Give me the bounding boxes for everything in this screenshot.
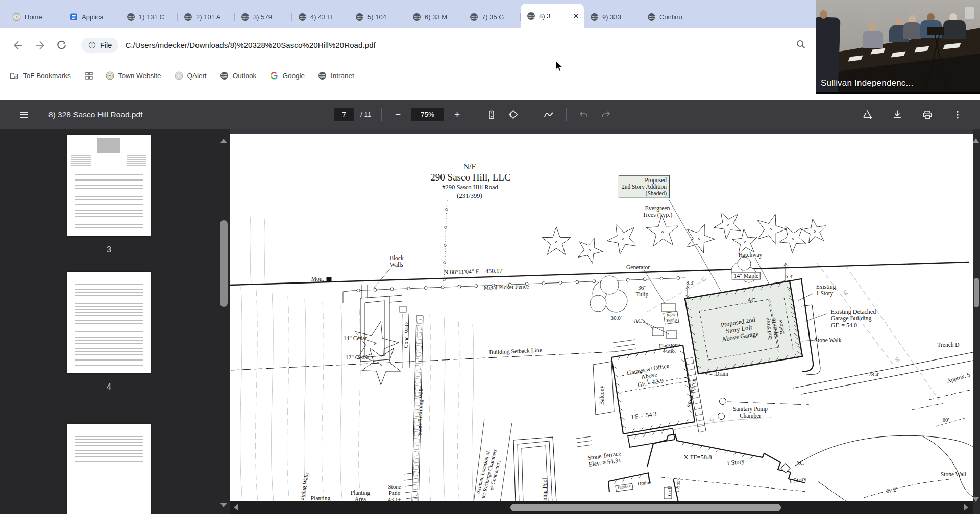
plan-label: 54 <box>842 289 849 297</box>
plan-label: 8.3' <box>686 279 694 286</box>
bookmark-outlook[interactable]: Outlook <box>220 71 257 80</box>
pdf-viewer: 34 <box>0 129 980 514</box>
tab-label: 2) 101 A <box>196 13 232 21</box>
redo-button[interactable] <box>598 107 614 122</box>
search-icon[interactable] <box>795 39 806 52</box>
zoom-in-button[interactable]: + <box>451 109 464 120</box>
tab-3[interactable]: 1) 131 C <box>120 6 178 28</box>
plan-label: Stone Walk <box>815 337 842 344</box>
pdf-toolbar: 8) 328 Sasco Hill Road.pdf 7 / 11 − 75% … <box>0 100 980 129</box>
sidebar-scroll-down[interactable] <box>220 503 227 507</box>
sidebar-scrollbar-thumb[interactable] <box>220 220 228 307</box>
bookmark-items: Town WebsiteQAlertOutlookGoogleIntranet <box>106 71 368 80</box>
more-options-button[interactable] <box>950 107 965 122</box>
plan-label: 1 Story <box>789 476 807 485</box>
bookmark-label: Outlook <box>233 72 257 80</box>
scroll-up-arrow[interactable] <box>973 138 979 143</box>
tab-label: 4) 43 H <box>310 13 346 21</box>
zoom-level[interactable]: 75% <box>411 108 444 121</box>
bookmark-label: Google <box>282 72 305 80</box>
thumb-columns <box>71 139 146 166</box>
tab-6[interactable]: 4) 43 H <box>292 6 349 28</box>
plan-label: Evergreen Trees (Typ.) <box>643 205 673 219</box>
bookmark-intranet[interactable]: Intranet <box>318 71 354 80</box>
plan-label: (231/399) <box>457 192 482 199</box>
tab-11[interactable]: 9) 333 <box>584 6 641 28</box>
scroll-left-arrow[interactable] <box>234 504 238 511</box>
address-url[interactable]: C:/Users/mdecker/Downloads/8)%20328%20Sa… <box>125 41 376 49</box>
page-thumbnail-partial[interactable] <box>67 424 151 514</box>
scroll-right-arrow[interactable] <box>964 504 968 511</box>
vertical-scrollbar-thumb[interactable] <box>974 278 979 307</box>
video-caption: Sullivan Independenc... <box>821 78 913 88</box>
tab-7[interactable]: 5) 104 <box>349 6 406 28</box>
rotate-button[interactable] <box>506 107 521 122</box>
file-scheme-chip[interactable]: File <box>81 38 118 53</box>
tab-8[interactable]: 6) 33 M <box>406 6 463 28</box>
reload-button[interactable] <box>56 40 67 50</box>
plan-label: X FF=58.8 <box>684 454 712 461</box>
horizontal-scrollbar-thumb[interactable] <box>510 504 781 511</box>
page-thumbnail-3[interactable] <box>67 135 151 236</box>
plan-label: Mon. <box>311 276 324 282</box>
page-thumbnail-4[interactable] <box>67 272 151 373</box>
person <box>943 20 966 39</box>
tab-1[interactable]: Home <box>6 6 63 28</box>
globe-icon <box>470 13 478 21</box>
bookmarks-folder[interactable]: ToF Bookmarks <box>9 71 71 81</box>
tab-10[interactable]: 8) 3✕ <box>521 4 584 28</box>
tab-2[interactable]: Applica <box>63 6 120 28</box>
save-to-drive-button[interactable] <box>860 107 875 122</box>
vertical-scrollbar <box>973 129 980 514</box>
plan-label: Stone Retaining Wall <box>416 388 424 436</box>
bookmark-town-website[interactable]: Town Website <box>106 71 161 80</box>
plan-label: Fireplace <box>615 483 633 492</box>
tab-5[interactable]: 3) 579 <box>235 6 292 28</box>
sidebar-scroll-up[interactable] <box>220 139 227 143</box>
draw-annotate-button[interactable] <box>541 107 556 122</box>
tab-9[interactable]: 7) 35 G <box>463 6 521 28</box>
zoom-out-button[interactable]: − <box>391 109 405 120</box>
plan-label: Drains <box>637 479 651 487</box>
plan-label: 52 <box>700 276 707 284</box>
google-icon <box>270 71 278 80</box>
plan-label: 36" Tulip <box>636 285 649 298</box>
plan-label: Hatchway <box>739 252 763 259</box>
plan-label: 54 <box>708 416 715 423</box>
thumb-lines <box>75 172 143 228</box>
tab-label: 6) 33 M <box>425 13 460 21</box>
plan-label: aining Walls <box>299 472 310 500</box>
plan-label: 290 Sasco Hill, LLC <box>430 172 510 183</box>
page-number-input[interactable]: 7 <box>334 108 354 121</box>
town-seal-icon <box>12 13 21 21</box>
plan-label: 12" Cedar <box>346 354 370 361</box>
tab-label: Applica <box>82 13 117 21</box>
meeting-video-overlay[interactable]: Sullivan Independenc... <box>816 0 980 94</box>
plan-label: 56 <box>894 356 901 364</box>
plan-label: oximate Location of ter Recharge Chamber… <box>474 447 504 500</box>
bookmark-qalert[interactable]: QAlert <box>175 71 207 80</box>
print-button[interactable] <box>920 107 935 122</box>
apps-grid-button[interactable] <box>84 71 94 81</box>
town-seal-icon <box>106 71 114 80</box>
forward-button[interactable] <box>35 40 46 51</box>
bookmark-google[interactable]: Google <box>270 71 305 80</box>
tab-12[interactable]: Continu <box>641 6 698 28</box>
tab-close-button[interactable]: ✕ <box>571 12 581 20</box>
scroll-down-arrow[interactable] <box>973 497 979 502</box>
tab-label: 3) 579 <box>253 13 289 21</box>
file-chip-label: File <box>100 41 112 49</box>
fit-page-button[interactable] <box>484 107 499 122</box>
tab-4[interactable]: 2) 101 A <box>178 6 235 28</box>
menu-icon[interactable] <box>18 109 30 120</box>
back-button[interactable] <box>12 40 23 51</box>
thumbnail-page-number: 3 <box>67 245 151 254</box>
undo-button[interactable] <box>576 107 592 122</box>
plan-label: AC <box>795 459 804 467</box>
plan-label: Approx. S <box>946 371 971 384</box>
download-button[interactable] <box>890 107 905 122</box>
bookmark-label: QAlert <box>187 72 207 80</box>
bookmark-label: Town Website <box>118 72 161 80</box>
plan-label: 14" Cedar <box>344 335 368 342</box>
plan-label: 1 Story <box>674 477 681 493</box>
